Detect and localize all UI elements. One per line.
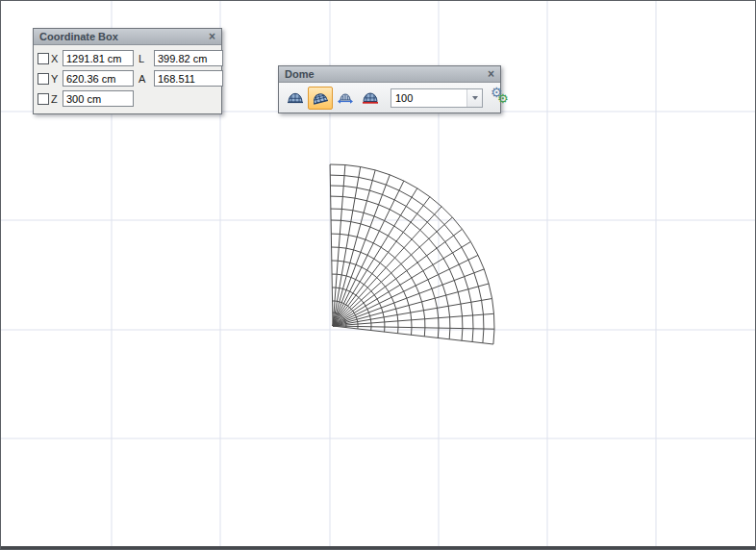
- coordinate-box-titlebar[interactable]: Coordinate Box ×: [34, 29, 221, 45]
- l-label: L: [134, 53, 154, 64]
- window-border-bottom: [1, 546, 755, 549]
- gear-icon: ⚙: [497, 91, 509, 106]
- dome-type-1-button[interactable]: [283, 87, 308, 110]
- x-label: X: [51, 53, 63, 64]
- dome-mesh-icon: [312, 90, 329, 106]
- coordinate-row-z: Z 300 cm: [38, 88, 217, 109]
- x-value-field[interactable]: 1291.81 cm: [63, 50, 134, 66]
- z-lock-checkbox[interactable]: [38, 93, 49, 105]
- close-icon[interactable]: ×: [208, 31, 216, 42]
- dome-type-2-button[interactable]: [308, 87, 333, 110]
- dome-toolbar-titlebar[interactable]: Dome ×: [279, 66, 500, 83]
- app-window: Coordinate Box × X 1291.81 cm L 399.82 c…: [0, 0, 756, 550]
- a-value-field[interactable]: 168.511: [154, 70, 223, 87]
- chevron-down-icon: [472, 96, 478, 100]
- coordinate-box-palette: Coordinate Box × X 1291.81 cm L 399.82 c…: [33, 28, 222, 114]
- y-value-field[interactable]: 620.36 cm: [63, 70, 134, 87]
- a-label: A: [134, 73, 154, 85]
- z-label: Z: [51, 93, 63, 105]
- combo-dropdown-button[interactable]: [466, 89, 482, 107]
- coordinate-box-title: Coordinate Box: [39, 29, 118, 44]
- x-lock-checkbox[interactable]: [38, 53, 49, 64]
- dome-resolution-value[interactable]: 100: [391, 89, 466, 107]
- close-icon[interactable]: ×: [487, 68, 495, 80]
- coordinate-row-y: Y 620.36 cm A 168.511: [38, 68, 217, 88]
- y-label: Y: [51, 73, 63, 85]
- coordinate-row-x: X 1291.81 cm L 399.82 cm: [38, 48, 217, 68]
- dome-toolbar-title: Dome: [285, 66, 315, 82]
- dome-base-icon: [362, 90, 379, 106]
- dome-type-3-button[interactable]: [333, 87, 358, 110]
- dome-wireframe[interactable]: [330, 164, 494, 344]
- dome-move-icon: [337, 90, 354, 106]
- z-value-field[interactable]: 300 cm: [63, 90, 134, 107]
- dome-settings-button[interactable]: ⚙ ⚙: [490, 87, 513, 110]
- dome-front-icon: [287, 90, 304, 106]
- dome-resolution-combobox[interactable]: 100: [391, 88, 483, 108]
- l-value-field[interactable]: 399.82 cm: [154, 50, 223, 66]
- y-lock-checkbox[interactable]: [38, 73, 49, 85]
- dome-type-4-button[interactable]: [358, 87, 383, 110]
- dome-toolbar-palette: Dome ×: [278, 65, 501, 113]
